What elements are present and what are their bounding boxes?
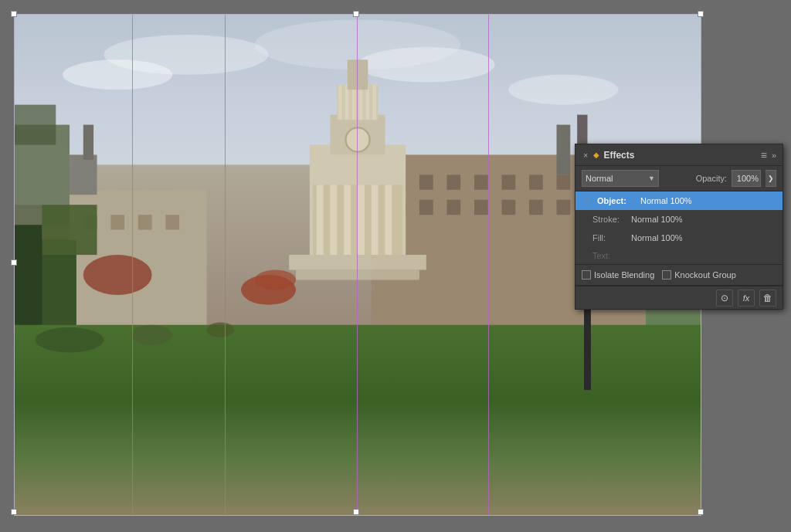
guide-line-v4 (488, 15, 489, 515)
svg-point-68 (255, 269, 296, 290)
svg-point-60 (345, 127, 369, 151)
handle-tc[interactable] (353, 11, 359, 17)
opacity-input[interactable]: 100% (732, 170, 761, 187)
isolate-blending-checkbox-label[interactable]: Isolate Blending (582, 270, 654, 280)
svg-rect-64 (42, 205, 97, 255)
panel-title-left: × ◆ Effects (582, 150, 634, 161)
svg-rect-23 (501, 175, 515, 189)
panel-menu-icon[interactable]: ≡ (761, 149, 767, 161)
svg-rect-30 (501, 200, 515, 215)
svg-point-66 (83, 255, 152, 295)
layer-item-stroke[interactable]: Stroke: Normal 100% (575, 210, 783, 229)
svg-rect-49 (385, 185, 392, 255)
knockout-group-label: Knockout Group (674, 270, 736, 280)
panel-diamond-icon: ◆ (593, 151, 599, 159)
svg-rect-20 (419, 175, 433, 189)
guide-line-v3 (357, 15, 358, 515)
svg-rect-24 (529, 175, 543, 189)
svg-point-4 (508, 75, 618, 105)
checkboxes-row: Isolate Blending Knockout Group (575, 265, 783, 285)
svg-rect-28 (446, 200, 460, 215)
handle-tl[interactable] (11, 11, 17, 17)
svg-point-76 (131, 325, 172, 345)
delete-icon: 🗑 (763, 293, 772, 303)
svg-rect-56 (366, 85, 369, 120)
text-layer-item: Text: (575, 247, 783, 264)
panel-bottom-toolbar: ⊙ fx 🗑 (575, 286, 783, 309)
svg-rect-54 (352, 85, 355, 120)
svg-rect-38 (70, 154, 97, 195)
svg-rect-39 (83, 125, 93, 160)
svg-point-75 (36, 327, 104, 352)
knockout-group-checkbox-label[interactable]: Knockout Group (662, 270, 736, 280)
opacity-value: 100% (737, 174, 759, 183)
svg-rect-27 (419, 200, 433, 215)
handle-ml[interactable] (11, 259, 17, 266)
svg-rect-25 (557, 175, 571, 189)
svg-rect-31 (529, 200, 543, 215)
text-layer-label: Text: (592, 251, 610, 260)
canvas-area: × ◆ Effects ≡ » Normal ▼ Opacity: 100% ❯ (0, 0, 791, 532)
svg-rect-44 (317, 185, 324, 255)
guide-line-v1 (132, 15, 133, 515)
svg-rect-53 (345, 85, 348, 120)
svg-rect-40 (557, 125, 571, 175)
panel-collapse-icon[interactable]: » (772, 151, 776, 160)
svg-rect-36 (138, 215, 152, 229)
svg-rect-21 (446, 175, 460, 189)
new-effect-button[interactable]: ⊙ (716, 290, 733, 307)
svg-rect-47 (358, 185, 365, 255)
effects-panel: × ◆ Effects ≡ » Normal ▼ Opacity: 100% ❯ (575, 144, 783, 310)
opacity-increment-button[interactable]: ❯ (766, 170, 776, 187)
isolate-blending-label: Isolate Blending (594, 270, 654, 280)
handle-bl[interactable] (11, 509, 17, 515)
knockout-group-checkbox[interactable] (662, 270, 671, 280)
svg-point-2 (104, 35, 268, 75)
fx-icon: fx (743, 293, 750, 303)
opacity-label: Opacity: (696, 174, 727, 183)
layer-item-object[interactable]: ∨ Object: Normal 100% (575, 191, 783, 210)
blend-mode-dropdown[interactable]: Normal ▼ (582, 170, 659, 187)
panel-title: Effects (603, 150, 634, 161)
object-layer-value: Normal 100% (640, 196, 692, 205)
fill-layer-label: Fill: (592, 233, 631, 242)
svg-rect-52 (338, 85, 341, 120)
handle-br[interactable] (698, 509, 704, 515)
stroke-layer-value: Normal 100% (631, 215, 683, 224)
new-effect-icon: ⊙ (721, 293, 728, 303)
svg-rect-45 (330, 185, 337, 255)
panel-right-controls: ≡ » (761, 149, 776, 161)
svg-rect-29 (474, 200, 488, 215)
svg-rect-61 (289, 255, 426, 269)
svg-rect-7 (15, 105, 56, 145)
svg-rect-58 (348, 59, 368, 90)
svg-rect-62 (296, 269, 419, 280)
handle-bc[interactable] (353, 509, 359, 515)
svg-rect-69 (15, 325, 701, 515)
blend-mode-value: Normal (586, 174, 613, 183)
svg-rect-55 (359, 85, 362, 120)
delete-effect-button[interactable]: 🗑 (759, 290, 776, 307)
isolate-blending-checkbox[interactable] (582, 270, 591, 280)
layer-toggle-icon: ∨ (585, 197, 594, 205)
blend-mode-row: Normal ▼ Opacity: 100% ❯ (575, 166, 783, 191)
object-layer-name: Object: (597, 196, 636, 205)
svg-rect-35 (110, 215, 124, 229)
layer-item-fill[interactable]: Fill: Normal 100% (575, 229, 783, 247)
svg-rect-48 (372, 185, 379, 255)
svg-rect-22 (474, 175, 488, 189)
guide-line-v2 (225, 15, 226, 515)
stroke-layer-label: Stroke: (592, 215, 631, 224)
svg-rect-37 (165, 215, 179, 229)
svg-rect-65 (15, 225, 42, 335)
svg-point-77 (207, 323, 235, 337)
fill-layer-value: Normal 100% (631, 233, 683, 242)
handle-tr[interactable] (698, 11, 704, 17)
svg-rect-46 (344, 185, 351, 255)
fx-button[interactable]: fx (738, 290, 755, 307)
svg-rect-32 (557, 200, 571, 215)
panel-titlebar: × ◆ Effects ≡ » (575, 144, 783, 166)
panel-close-button[interactable]: × (582, 151, 589, 160)
blend-mode-arrow-icon: ▼ (648, 175, 655, 182)
opacity-arrow-icon: ❯ (768, 175, 774, 182)
